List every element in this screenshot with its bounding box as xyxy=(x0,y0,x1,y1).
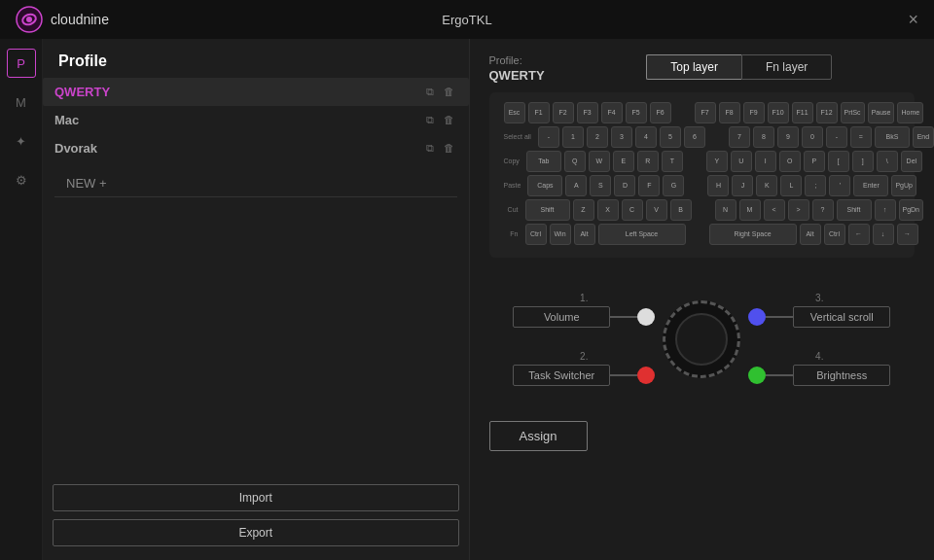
key-f4[interactable]: F4 xyxy=(601,102,623,123)
key-minus[interactable]: - xyxy=(826,126,847,148)
key-esc[interactable]: Esc xyxy=(504,102,525,123)
key-semicolon[interactable]: ; xyxy=(805,175,826,196)
profile-item-mac[interactable]: Mac ⧉ 🗑 xyxy=(43,106,469,134)
key-alt-l[interactable]: Alt xyxy=(574,224,595,245)
delete-profile-icon[interactable]: 🗑 xyxy=(441,84,457,100)
key-right[interactable]: → xyxy=(897,224,918,245)
key-tab[interactable]: Tab xyxy=(526,151,561,172)
key-f11[interactable]: F11 xyxy=(792,102,813,123)
key-win[interactable]: Win xyxy=(550,224,571,245)
assign-button[interactable]: Assign xyxy=(489,421,588,451)
key-7[interactable]: 7 xyxy=(729,126,750,148)
key-quote[interactable]: ' xyxy=(829,175,850,196)
key-f8[interactable]: F8 xyxy=(719,102,740,123)
close-button[interactable]: × xyxy=(908,11,918,28)
knob-label-brightness[interactable]: Brightness xyxy=(793,365,890,386)
key-b[interactable]: B xyxy=(670,199,692,221)
key-down[interactable]: ↓ xyxy=(873,224,894,245)
key-f1[interactable]: F1 xyxy=(528,102,550,123)
key-period[interactable]: > xyxy=(788,199,809,221)
key-backtick[interactable]: - xyxy=(538,126,559,148)
knob-label-taskswitcher[interactable]: Task Switcher xyxy=(513,365,610,386)
key-f6[interactable]: F6 xyxy=(650,102,671,123)
key-f7[interactable]: F7 xyxy=(695,102,716,123)
key-space-l[interactable]: Left Space xyxy=(598,224,686,245)
key-f10[interactable]: F10 xyxy=(768,102,789,123)
copy-profile-mac-icon[interactable]: ⧉ xyxy=(423,112,437,128)
profile-item-dvorak[interactable]: Dvorak ⧉ 🗑 xyxy=(43,134,469,162)
key-g[interactable]: G xyxy=(663,175,684,196)
key-ctrl-l[interactable]: Ctrl xyxy=(525,224,547,245)
copy-profile-icon[interactable]: ⧉ xyxy=(423,84,437,100)
top-layer-tab[interactable]: Top layer xyxy=(646,54,741,80)
key-equals[interactable]: = xyxy=(850,126,872,148)
key-enter[interactable]: Enter xyxy=(853,175,888,196)
key-ctrl-r[interactable]: Ctrl xyxy=(824,224,845,245)
key-f2[interactable]: F2 xyxy=(553,102,574,123)
key-v[interactable]: V xyxy=(646,199,667,221)
delete-profile-dvorak-icon[interactable]: 🗑 xyxy=(441,140,457,157)
key-j[interactable]: J xyxy=(732,175,753,196)
key-s[interactable]: S xyxy=(590,175,611,196)
key-d[interactable]: D xyxy=(614,175,635,196)
key-f[interactable]: F xyxy=(638,175,660,196)
key-left[interactable]: ← xyxy=(848,224,870,245)
key-f3[interactable]: F3 xyxy=(577,102,598,123)
new-profile-button[interactable]: NEW + xyxy=(54,166,457,197)
key-e[interactable]: E xyxy=(613,151,634,172)
key-n[interactable]: N xyxy=(715,199,736,221)
key-pgup[interactable]: PgUp xyxy=(891,175,916,196)
key-c[interactable]: C xyxy=(622,199,643,221)
key-comma[interactable]: < xyxy=(764,199,785,221)
key-f5[interactable]: F5 xyxy=(626,102,647,123)
key-w[interactable]: W xyxy=(589,151,610,172)
key-p[interactable]: P xyxy=(804,151,825,172)
key-q[interactable]: Q xyxy=(564,151,586,172)
profile-nav-icon[interactable]: P xyxy=(7,49,36,78)
key-shift-r[interactable]: Shift xyxy=(837,199,872,221)
knob-dial[interactable] xyxy=(663,300,740,378)
lighting-nav-icon[interactable]: ✦ xyxy=(7,126,36,156)
key-l[interactable]: L xyxy=(780,175,802,196)
knob-label-volume[interactable]: Volume xyxy=(513,306,610,328)
key-shift-l[interactable]: Shift xyxy=(525,199,570,221)
key-lbracket[interactable]: [ xyxy=(828,151,849,172)
key-prtsc[interactable]: PrtSc xyxy=(841,102,865,123)
delete-profile-mac-icon[interactable]: 🗑 xyxy=(441,112,457,128)
key-3[interactable]: 3 xyxy=(611,126,632,148)
key-slash[interactable]: ? xyxy=(812,199,834,221)
key-bks[interactable]: BkS xyxy=(875,126,910,148)
key-home[interactable]: Home xyxy=(897,102,923,123)
key-o[interactable]: O xyxy=(779,151,801,172)
key-4[interactable]: 4 xyxy=(635,126,657,148)
key-2[interactable]: 2 xyxy=(587,126,608,148)
key-5[interactable]: 5 xyxy=(660,126,681,148)
key-u[interactable]: U xyxy=(731,151,752,172)
profile-item-qwerty[interactable]: QWERTY ⧉ 🗑 xyxy=(43,78,469,106)
key-x[interactable]: X xyxy=(597,199,619,221)
key-8[interactable]: 8 xyxy=(753,126,774,148)
key-y[interactable]: Y xyxy=(706,151,728,172)
key-1[interactable]: 1 xyxy=(562,126,584,148)
export-button[interactable]: Export xyxy=(53,519,459,546)
key-f12[interactable]: F12 xyxy=(816,102,838,123)
key-alt-r[interactable]: Alt xyxy=(800,224,821,245)
key-space-r[interactable]: Right Space xyxy=(709,224,797,245)
key-0[interactable]: 0 xyxy=(802,126,823,148)
key-backslash[interactable]: \ xyxy=(877,151,898,172)
key-up[interactable]: ↑ xyxy=(875,199,896,221)
key-rbracket[interactable]: ] xyxy=(852,151,874,172)
key-del[interactable]: Del xyxy=(901,151,922,172)
key-pgdn[interactable]: PgDn xyxy=(899,199,924,221)
key-m[interactable]: M xyxy=(739,199,761,221)
key-z[interactable]: Z xyxy=(573,199,594,221)
macro-nav-icon[interactable]: M xyxy=(7,88,36,117)
key-t[interactable]: T xyxy=(662,151,683,172)
fn-layer-tab[interactable]: Fn layer xyxy=(741,54,832,80)
key-i[interactable]: I xyxy=(755,151,776,172)
key-6[interactable]: 6 xyxy=(684,126,705,148)
key-caps[interactable]: Caps xyxy=(527,175,562,196)
key-f9[interactable]: F9 xyxy=(743,102,765,123)
settings-nav-icon[interactable]: ⚙ xyxy=(7,165,36,194)
key-pause[interactable]: Pause xyxy=(868,102,895,123)
